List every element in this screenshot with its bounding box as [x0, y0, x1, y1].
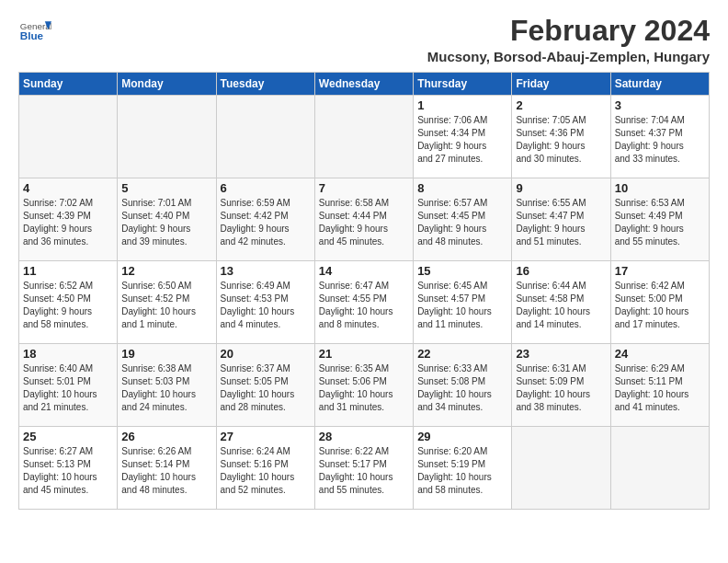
- day-info: Sunrise: 7:02 AM Sunset: 4:39 PM Dayligh…: [23, 197, 113, 248]
- day-number: 15: [417, 264, 507, 278]
- day-info: Sunrise: 6:55 AM Sunset: 4:47 PM Dayligh…: [516, 197, 606, 248]
- calendar-day-cell: [512, 427, 610, 510]
- calendar-day-cell: 27Sunrise: 6:24 AM Sunset: 5:16 PM Dayli…: [216, 427, 314, 510]
- calendar-day-cell: 12Sunrise: 6:50 AM Sunset: 4:52 PM Dayli…: [118, 261, 216, 344]
- day-number: 28: [319, 430, 409, 443]
- day-info: Sunrise: 6:50 AM Sunset: 4:52 PM Dayligh…: [121, 280, 211, 331]
- calendar-week-row: 25Sunrise: 6:27 AM Sunset: 5:13 PM Dayli…: [19, 427, 710, 510]
- calendar-day-cell: 2Sunrise: 7:05 AM Sunset: 4:36 PM Daylig…: [512, 96, 610, 178]
- calendar-day-cell: 8Sunrise: 6:57 AM Sunset: 4:45 PM Daylig…: [414, 178, 512, 261]
- day-info: Sunrise: 6:58 AM Sunset: 4:44 PM Dayligh…: [319, 197, 409, 248]
- calendar-day-cell: [314, 96, 413, 178]
- day-info: Sunrise: 6:45 AM Sunset: 4:57 PM Dayligh…: [417, 280, 507, 331]
- calendar-day-cell: 19Sunrise: 6:38 AM Sunset: 5:03 PM Dayli…: [118, 344, 216, 427]
- calendar-week-row: 1Sunrise: 7:06 AM Sunset: 4:34 PM Daylig…: [19, 96, 710, 178]
- calendar-day-cell: 10Sunrise: 6:53 AM Sunset: 4:49 PM Dayli…: [610, 178, 709, 261]
- day-number: 14: [319, 264, 409, 278]
- day-info: Sunrise: 6:31 AM Sunset: 5:09 PM Dayligh…: [516, 362, 606, 414]
- day-number: 6: [221, 181, 311, 195]
- day-number: 7: [319, 181, 409, 195]
- day-number: 13: [221, 264, 311, 278]
- day-number: 8: [417, 181, 507, 195]
- day-info: Sunrise: 6:37 AM Sunset: 5:05 PM Dayligh…: [221, 362, 311, 414]
- day-info: Sunrise: 6:57 AM Sunset: 4:45 PM Dayligh…: [417, 197, 507, 248]
- day-number: 5: [121, 181, 211, 195]
- calendar-day-cell: 11Sunrise: 6:52 AM Sunset: 4:50 PM Dayli…: [19, 261, 118, 344]
- calendar-day-cell: 23Sunrise: 6:31 AM Sunset: 5:09 PM Dayli…: [512, 344, 610, 427]
- svg-text:Blue: Blue: [20, 29, 44, 41]
- day-info: Sunrise: 6:24 AM Sunset: 5:16 PM Dayligh…: [221, 445, 311, 497]
- title-block: February 2024 Mucsony, Borsod-Abauj-Zemp…: [427, 15, 710, 64]
- column-header-wednesday: Wednesday: [314, 73, 413, 96]
- day-number: 16: [516, 264, 606, 278]
- day-number: 24: [615, 347, 705, 361]
- day-number: 25: [23, 430, 113, 443]
- day-number: 4: [23, 181, 113, 195]
- column-header-tuesday: Tuesday: [216, 73, 314, 96]
- calendar-day-cell: [610, 427, 709, 510]
- day-number: 22: [417, 347, 507, 361]
- calendar-week-row: 4Sunrise: 7:02 AM Sunset: 4:39 PM Daylig…: [19, 178, 710, 261]
- day-number: 26: [121, 430, 211, 443]
- day-info: Sunrise: 6:42 AM Sunset: 5:00 PM Dayligh…: [615, 280, 705, 331]
- day-number: 3: [615, 98, 705, 112]
- calendar-day-cell: 15Sunrise: 6:45 AM Sunset: 4:57 PM Dayli…: [414, 261, 512, 344]
- calendar-day-cell: 4Sunrise: 7:02 AM Sunset: 4:39 PM Daylig…: [19, 178, 118, 261]
- day-info: Sunrise: 6:26 AM Sunset: 5:14 PM Dayligh…: [121, 445, 211, 497]
- column-header-saturday: Saturday: [610, 73, 709, 96]
- day-number: 12: [121, 264, 211, 278]
- day-info: Sunrise: 6:52 AM Sunset: 4:50 PM Dayligh…: [23, 280, 113, 331]
- column-header-thursday: Thursday: [414, 73, 512, 96]
- day-info: Sunrise: 6:22 AM Sunset: 5:17 PM Dayligh…: [319, 445, 409, 497]
- calendar-day-cell: [19, 96, 118, 178]
- calendar-day-cell: 22Sunrise: 6:33 AM Sunset: 5:08 PM Dayli…: [414, 344, 512, 427]
- calendar-day-cell: 24Sunrise: 6:29 AM Sunset: 5:11 PM Dayli…: [610, 344, 709, 427]
- day-number: 18: [23, 347, 113, 361]
- day-info: Sunrise: 6:40 AM Sunset: 5:01 PM Dayligh…: [23, 362, 113, 414]
- day-info: Sunrise: 6:47 AM Sunset: 4:55 PM Dayligh…: [319, 280, 409, 331]
- column-header-friday: Friday: [512, 73, 610, 96]
- day-number: 29: [417, 430, 507, 443]
- day-number: 11: [23, 264, 113, 278]
- day-number: 10: [615, 181, 705, 195]
- calendar-day-cell: 7Sunrise: 6:58 AM Sunset: 4:44 PM Daylig…: [314, 178, 413, 261]
- calendar-week-row: 11Sunrise: 6:52 AM Sunset: 4:50 PM Dayli…: [19, 261, 710, 344]
- day-number: 21: [319, 347, 409, 361]
- calendar-day-cell: [216, 96, 314, 178]
- day-info: Sunrise: 6:53 AM Sunset: 4:49 PM Dayligh…: [615, 197, 705, 248]
- day-number: 9: [516, 181, 606, 195]
- calendar-day-cell: 9Sunrise: 6:55 AM Sunset: 4:47 PM Daylig…: [512, 178, 610, 261]
- calendar-day-cell: 1Sunrise: 7:06 AM Sunset: 4:34 PM Daylig…: [414, 96, 512, 178]
- day-number: 23: [516, 347, 606, 361]
- calendar-day-cell: 26Sunrise: 6:26 AM Sunset: 5:14 PM Dayli…: [118, 427, 216, 510]
- calendar-day-cell: 13Sunrise: 6:49 AM Sunset: 4:53 PM Dayli…: [216, 261, 314, 344]
- calendar-day-cell: [118, 96, 216, 178]
- day-info: Sunrise: 6:33 AM Sunset: 5:08 PM Dayligh…: [417, 362, 507, 414]
- calendar-day-cell: 20Sunrise: 6:37 AM Sunset: 5:05 PM Dayli…: [216, 344, 314, 427]
- day-number: 27: [221, 430, 311, 443]
- calendar-table: SundayMondayTuesdayWednesdayThursdayFrid…: [18, 72, 710, 510]
- calendar-day-cell: 6Sunrise: 6:59 AM Sunset: 4:42 PM Daylig…: [216, 178, 314, 261]
- day-info: Sunrise: 6:59 AM Sunset: 4:42 PM Dayligh…: [221, 197, 311, 248]
- day-info: Sunrise: 6:38 AM Sunset: 5:03 PM Dayligh…: [121, 362, 211, 414]
- calendar-day-cell: 29Sunrise: 6:20 AM Sunset: 5:19 PM Dayli…: [414, 427, 512, 510]
- day-info: Sunrise: 6:44 AM Sunset: 4:58 PM Dayligh…: [516, 280, 606, 331]
- day-info: Sunrise: 7:06 AM Sunset: 4:34 PM Dayligh…: [417, 114, 507, 166]
- day-info: Sunrise: 6:49 AM Sunset: 4:53 PM Dayligh…: [221, 280, 311, 331]
- day-number: 20: [221, 347, 311, 361]
- day-info: Sunrise: 7:05 AM Sunset: 4:36 PM Dayligh…: [516, 114, 606, 166]
- day-number: 2: [516, 98, 606, 112]
- main-title: February 2024: [427, 15, 710, 47]
- day-number: 19: [121, 347, 211, 361]
- column-header-sunday: Sunday: [19, 73, 118, 96]
- calendar-day-cell: 17Sunrise: 6:42 AM Sunset: 5:00 PM Dayli…: [610, 261, 709, 344]
- calendar-day-cell: 16Sunrise: 6:44 AM Sunset: 4:58 PM Dayli…: [512, 261, 610, 344]
- calendar-day-cell: 3Sunrise: 7:04 AM Sunset: 4:37 PM Daylig…: [610, 96, 709, 178]
- column-header-monday: Monday: [118, 73, 216, 96]
- header: General Blue February 2024 Mucsony, Bors…: [18, 15, 710, 64]
- calendar-day-cell: 5Sunrise: 7:01 AM Sunset: 4:40 PM Daylig…: [118, 178, 216, 261]
- calendar-day-cell: 21Sunrise: 6:35 AM Sunset: 5:06 PM Dayli…: [314, 344, 413, 427]
- calendar-week-row: 18Sunrise: 6:40 AM Sunset: 5:01 PM Dayli…: [19, 344, 710, 427]
- calendar-day-cell: 28Sunrise: 6:22 AM Sunset: 5:17 PM Dayli…: [314, 427, 413, 510]
- day-info: Sunrise: 6:20 AM Sunset: 5:19 PM Dayligh…: [417, 445, 507, 497]
